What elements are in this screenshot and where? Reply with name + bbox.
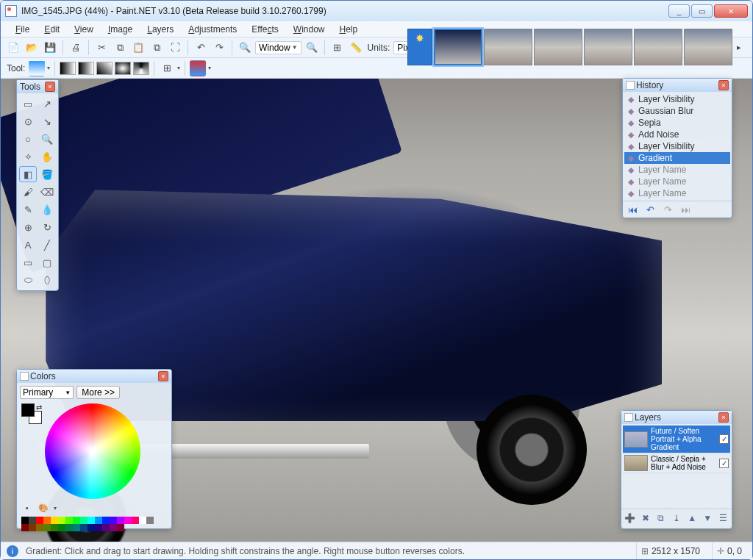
image-thumbnail[interactable]: [634, 29, 682, 65]
menu-layers[interactable]: Layers: [140, 23, 181, 36]
gradient-diamond-icon[interactable]: [96, 62, 113, 75]
eraser-tool[interactable]: ⌫: [38, 184, 56, 200]
blend-button[interactable]: [190, 60, 206, 76]
palette-swatch[interactable]: [88, 524, 95, 531]
line-tool[interactable]: ╱: [38, 237, 56, 253]
palette-swatch[interactable]: [124, 517, 132, 524]
gradient-linear-reflected-icon[interactable]: [78, 62, 94, 75]
panel-close-icon[interactable]: ×: [718, 80, 729, 90]
cut-button[interactable]: ✂: [93, 40, 110, 56]
zoom-tool[interactable]: 🔍: [38, 131, 56, 147]
current-tool-icon[interactable]: [29, 60, 45, 76]
rounded-rectangle-tool[interactable]: ▢: [38, 254, 56, 270]
palette-swatch[interactable]: [132, 517, 139, 524]
panel-close-icon[interactable]: ×: [45, 82, 55, 92]
history-item[interactable]: ◆Layer Name: [624, 164, 730, 176]
text-tool[interactable]: A: [19, 237, 37, 253]
grid-button[interactable]: ⊞: [329, 40, 346, 56]
palette-swatch[interactable]: [117, 524, 124, 531]
swap-colors-icon[interactable]: ⇄: [36, 403, 42, 412]
panel-titlebar[interactable]: Tools ×: [17, 80, 58, 93]
palette-swatch[interactable]: [29, 524, 36, 531]
palette-swatch[interactable]: [29, 517, 36, 524]
channel-button[interactable]: ⊞: [159, 60, 175, 76]
gradient-radial-icon[interactable]: [115, 62, 131, 75]
palette-swatch[interactable]: [102, 517, 110, 524]
color-wheel[interactable]: [45, 403, 140, 499]
redo-button[interactable]: ↷: [211, 40, 227, 56]
palette-swatch[interactable]: [73, 517, 80, 524]
delete-layer-button[interactable]: ✖: [639, 511, 652, 525]
palette-swatch[interactable]: [139, 517, 146, 524]
titlebar[interactable]: IMG_1545.JPG (44%) - Paint.NET v3.10 (Be…: [1, 1, 752, 21]
copy-button[interactable]: ⧉: [112, 40, 128, 56]
palette-swatch[interactable]: [88, 517, 95, 524]
channel-arrow[interactable]: ▾: [177, 65, 180, 71]
palette-swatch[interactable]: [21, 524, 29, 531]
palette-swatch[interactable]: [73, 524, 80, 531]
palette-swatch[interactable]: [110, 517, 117, 524]
history-item[interactable]: ◆Layer Visibility: [624, 140, 730, 152]
paintbrush-tool[interactable]: 🖌: [19, 184, 37, 200]
gradient-conical-icon[interactable]: [133, 62, 149, 75]
recolor-tool[interactable]: ↻: [38, 219, 56, 235]
maximize-button[interactable]: ▭: [691, 4, 713, 18]
move-selection-tool[interactable]: ↘: [38, 113, 56, 129]
palette-swatch[interactable]: [36, 517, 43, 524]
history-item[interactable]: ◆Layer Name: [624, 176, 730, 187]
panel-titlebar[interactable]: History ×: [623, 79, 732, 92]
layer-item[interactable]: Classic / Sepia + Blur + Add Noise✓: [623, 453, 730, 473]
palette-swatch[interactable]: [51, 517, 58, 524]
history-item[interactable]: ◆Add Noise: [624, 129, 730, 140]
crop-button[interactable]: ⧉: [149, 40, 165, 56]
add-color-button[interactable]: ▪: [21, 502, 33, 514]
layer-visibility-checkbox[interactable]: ✓: [719, 434, 729, 444]
menu-view[interactable]: View: [67, 23, 101, 36]
redo-button[interactable]: ↷: [661, 203, 674, 216]
panel-titlebar[interactable]: Layers ×: [621, 411, 732, 424]
ellipse-select-tool[interactable]: ○: [19, 131, 37, 147]
colors-panel[interactable]: Colors × Primary▼ More >> ⇄ ▪ 🎨 ▾: [16, 369, 172, 529]
pan-tool[interactable]: ✋: [38, 148, 56, 165]
blend-arrow[interactable]: ▾: [208, 65, 211, 71]
image-thumbnail[interactable]: [684, 29, 732, 65]
merge-layer-button[interactable]: ⤓: [670, 511, 682, 525]
wheel-cursor[interactable]: [90, 449, 96, 454]
ellipse-tool[interactable]: ⬭: [19, 272, 37, 288]
deselect-button[interactable]: ⛶: [167, 40, 183, 56]
palette-swatch[interactable]: [95, 524, 102, 531]
paint-bucket-tool[interactable]: 🪣: [38, 166, 56, 182]
tool-dropdown-arrow[interactable]: ▾: [47, 65, 50, 71]
foreground-swatch[interactable]: [21, 403, 35, 417]
tools-panel[interactable]: Tools × ▭ ↗ ⊙ ↘ ○ 🔍 ✧ ✋ ◧ 🪣 🖌 ⌫ ✎ 💧 ⊕ ↻ …: [16, 79, 59, 291]
gradient-linear-icon[interactable]: [60, 62, 76, 75]
menu-adjustments[interactable]: Adjustments: [181, 23, 244, 36]
palette-swatch[interactable]: [43, 524, 51, 531]
palette-swatch[interactable]: [21, 517, 29, 524]
move-layer-up-button[interactable]: ▲: [686, 511, 699, 525]
clone-stamp-tool[interactable]: ⊕: [19, 219, 37, 235]
menu-edit[interactable]: Edit: [37, 23, 67, 36]
freeform-tool[interactable]: ⬯: [38, 272, 56, 288]
undo-button[interactable]: ↶: [193, 40, 209, 56]
panel-titlebar[interactable]: Colors ×: [17, 370, 171, 383]
panel-close-icon[interactable]: ×: [158, 371, 168, 381]
palette-swatch[interactable]: [65, 524, 73, 531]
image-thumbnail[interactable]: [584, 29, 632, 65]
palette-swatch[interactable]: [58, 517, 65, 524]
image-thumbnail[interactable]: [534, 29, 582, 65]
palette-swatch[interactable]: [80, 524, 88, 531]
color-picker-tool[interactable]: 💧: [38, 201, 56, 218]
palette-swatch[interactable]: [58, 524, 65, 531]
layer-properties-button[interactable]: ☰: [717, 511, 729, 525]
image-thumbnail[interactable]: [484, 29, 532, 65]
menu-window[interactable]: Window: [286, 23, 332, 36]
palette-swatch[interactable]: [95, 517, 102, 524]
fg-bg-swatches[interactable]: ⇄: [21, 403, 42, 424]
history-panel[interactable]: History × ◆Layer Visibility◆Gaussian Blu…: [622, 78, 732, 218]
history-item[interactable]: ◆Gaussian Blur: [624, 105, 730, 117]
layer-item[interactable]: Future / Soften Portrait + Alpha Gradien…: [623, 426, 730, 453]
rewind-button[interactable]: ⏮: [626, 203, 639, 216]
palette-swatch[interactable]: [102, 524, 110, 531]
close-button[interactable]: ✕: [714, 4, 748, 18]
